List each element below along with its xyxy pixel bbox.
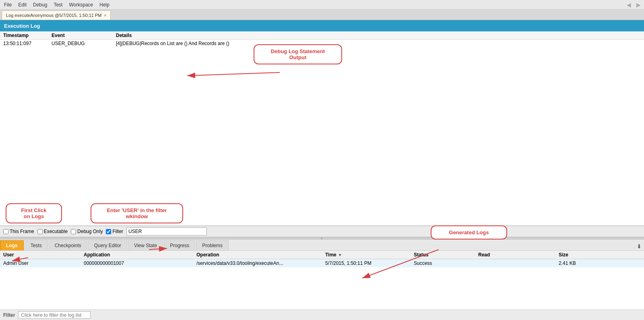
- tab-problems[interactable]: Problems: [196, 240, 229, 250]
- log-col-op-header: Operation: [193, 252, 322, 258]
- collapse-panel-button[interactable]: ⬇: [636, 242, 642, 250]
- main-area: Execution Log Timestamp Event Details 13…: [0, 20, 644, 320]
- log-col-status-header: Status: [411, 252, 475, 258]
- this-frame-checkbox[interactable]: [3, 229, 8, 234]
- log-application: 000000000001007: [80, 260, 193, 266]
- doc-tab-execute-anonymous[interactable]: Log executeAnonymous @5/7/2015, 1:50:11 …: [2, 10, 111, 20]
- sort-arrow-time: ▼: [338, 253, 342, 257]
- debug-only-checkbox[interactable]: [71, 229, 76, 234]
- tab-progress[interactable]: Progress: [164, 240, 195, 250]
- this-frame-label: This Frame: [10, 229, 34, 234]
- tab-query-editor[interactable]: Query Editor: [88, 240, 127, 250]
- tab-strip-right: ⬇: [636, 242, 644, 250]
- log-status: Success: [411, 260, 475, 266]
- log-table-row[interactable]: Admin User 000000000001007 /services/dat…: [0, 259, 644, 267]
- tab-strip: Logs Tests Checkpoints Query Editor View…: [0, 239, 644, 251]
- tab-view-state[interactable]: View State: [128, 240, 163, 250]
- tab-checkpoints[interactable]: Checkpoints: [49, 240, 87, 250]
- tab-tests[interactable]: Tests: [25, 240, 48, 250]
- log-time: 5/7/2015, 1:50:11 PM: [322, 260, 411, 266]
- filter-bar: This Frame Executable Debug Only Filter: [0, 226, 644, 237]
- log-read: [475, 260, 555, 266]
- log-size: 2.41 KB: [555, 260, 644, 266]
- exec-timestamp: 13:50:11:097: [0, 41, 48, 46]
- this-frame-checkbox-label[interactable]: This Frame: [3, 229, 34, 234]
- exec-col-event-header: Event: [48, 33, 113, 38]
- menu-debug[interactable]: Debug: [31, 1, 50, 8]
- logs-table-header: User Application Operation Time ▼ Status…: [0, 251, 644, 259]
- filter-input[interactable]: [126, 227, 207, 235]
- executable-label: Executable: [44, 229, 68, 234]
- exec-col-details-header: Details: [113, 33, 644, 38]
- tab-logs[interactable]: Logs: [0, 240, 24, 250]
- exec-col-timestamp-header: Timestamp: [0, 33, 48, 38]
- execution-log-row[interactable]: 13:50:11:097 USER_DEBUG [4]|DEBUG|Record…: [0, 40, 644, 47]
- filter-checkbox-label[interactable]: Filter: [106, 229, 123, 234]
- exec-details: [4]|DEBUG|Records on List are () And Rec…: [113, 41, 644, 46]
- bottom-panel: Logs Tests Checkpoints Query Editor View…: [0, 239, 644, 320]
- menu-edit[interactable]: Edit: [16, 1, 29, 8]
- log-col-time-header[interactable]: Time ▼: [322, 252, 411, 258]
- log-col-app-header: Application: [80, 252, 193, 258]
- tab-bar: Log executeAnonymous @5/7/2015, 1:50:11 …: [0, 10, 644, 20]
- filter-checkbox[interactable]: [106, 229, 111, 234]
- log-col-read-header: Read: [475, 252, 555, 258]
- execution-panel: Execution Log Timestamp Event Details 13…: [0, 20, 644, 226]
- log-col-size-header: Size: [555, 252, 644, 258]
- menu-file[interactable]: File: [2, 1, 14, 8]
- menu-workspace[interactable]: Workspace: [66, 1, 95, 8]
- footer-filter-input[interactable]: [18, 311, 91, 319]
- footer-filter-label: Filter: [3, 312, 15, 318]
- debug-only-label: Debug Only: [77, 229, 103, 234]
- execution-log-header: Execution Log: [0, 20, 644, 31]
- executable-checkbox[interactable]: [37, 229, 43, 234]
- executable-checkbox-label[interactable]: Executable: [37, 229, 68, 234]
- log-col-user-header: User: [0, 252, 80, 258]
- doc-tab-label: Log executeAnonymous @5/7/2015, 1:50:11 …: [6, 13, 101, 18]
- menu-test[interactable]: Test: [51, 1, 65, 8]
- execution-table-header: Timestamp Event Details: [0, 31, 644, 40]
- debug-only-checkbox-label[interactable]: Debug Only: [71, 229, 103, 234]
- exec-event: USER_DEBUG: [48, 41, 113, 46]
- menu-help[interactable]: Help: [97, 1, 112, 8]
- nav-forward: ▶: [634, 1, 642, 8]
- log-user: Admin User: [0, 260, 80, 266]
- filter-label: Filter: [112, 229, 123, 234]
- doc-tab-close[interactable]: ×: [104, 13, 106, 18]
- log-operation: /services/data/v33.0/tooling/executeAn..…: [193, 260, 322, 266]
- footer-bar: Filter: [0, 310, 644, 320]
- nav-back: ◀: [625, 1, 633, 8]
- menu-bar: File Edit Debug Test Workspace Help ◀ ▶: [0, 0, 644, 10]
